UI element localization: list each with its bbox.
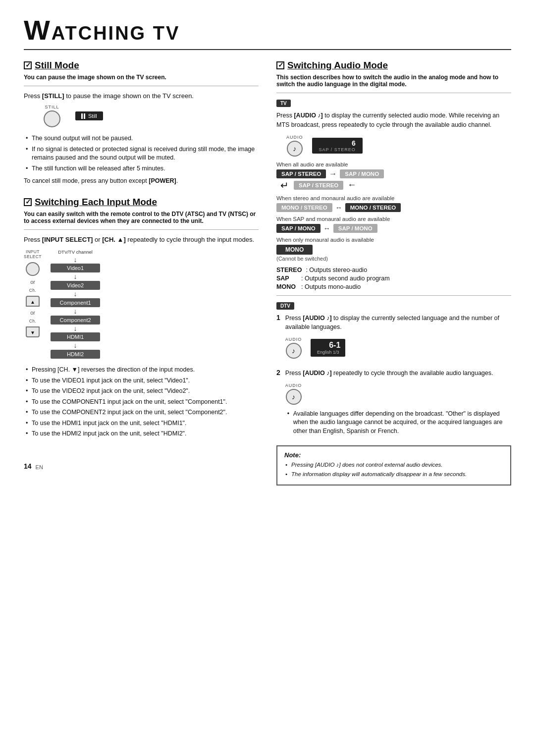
audio-mode-subtitle: This section describes how to switch the…: [276, 74, 511, 88]
page-number: 14: [24, 462, 32, 470]
audio-label-3: AUDIO: [285, 383, 302, 388]
mode-box-sap-mono-2: SAP / MONO: [333, 224, 377, 233]
step-2-row: 2 Press [AUDIO ♪] repeatedly to cycle th…: [276, 369, 511, 439]
mode-sap-flow: SAP / MONO ↔ SAP / MONO: [276, 224, 511, 233]
sap-label: SAP: [276, 275, 297, 282]
arrow-down-icon: [30, 328, 35, 336]
page-title: WATCHING TV: [24, 14, 180, 46]
input-mode-heading: Switching Each Input Mode: [24, 197, 259, 208]
still-cancel-text: To cancel still mode, press any button e…: [24, 177, 259, 186]
audio-btn-group-2: AUDIO ♪: [285, 337, 302, 359]
mode-arrow-1: →: [329, 169, 337, 178]
note-item-1: The information display will automatical…: [284, 470, 503, 478]
still-mode-section: Still Mode You can pause the image shown…: [24, 60, 259, 186]
flow-box-1: Video1: [51, 264, 100, 272]
flow-arrow-1: ↓: [74, 272, 77, 281]
flow-box-3: Component1: [51, 298, 100, 307]
audio-tv-diagram: AUDIO ♪ 6 SAP / STEREO: [286, 135, 511, 157]
return-arrow: ↵: [280, 179, 289, 191]
audio-label-2: AUDIO: [285, 337, 302, 342]
still-bullet-1: The sound output will not be paused.: [24, 134, 259, 143]
dtv-bullet-0: Available languages differ depending on …: [285, 410, 511, 436]
mode-box-mono-stereo-2: MONO / STEREO: [345, 203, 401, 212]
note-item-0: Pressing [AUDIO ♪] does not control exte…: [284, 461, 503, 469]
ch-up-label: Ch.: [29, 288, 37, 293]
input-select-btn: [26, 262, 40, 276]
or-text-2: or: [30, 310, 35, 316]
mono-def: : Outputs mono-audio: [301, 283, 361, 290]
audio-label: AUDIO: [286, 135, 303, 140]
input-diagram: INPUTSELECT or Ch. or Ch. DTV/TV channel…: [24, 249, 259, 359]
input-bullet-2: To use the VIDEO2 input jack on the unit…: [24, 387, 259, 396]
mode-stereo-section: When stereo and monaural audio are avail…: [276, 195, 511, 212]
flow-top-label: DTV/TV channel: [58, 249, 93, 255]
ch-up-btn: [26, 296, 40, 307]
screen-num-2: 6-1: [316, 341, 340, 350]
input-bullet-1: To use the VIDEO1 input jack on the unit…: [24, 377, 259, 385]
still-button: [44, 110, 60, 127]
return-left-arrow: ←: [347, 180, 356, 190]
stereo-label: STEREO: [276, 267, 302, 273]
still-label: STILL: [45, 105, 59, 109]
title-w: W: [24, 14, 52, 46]
input-mode-bullets: Pressing [CH. ▼] reverses the direction …: [24, 366, 259, 438]
step-1-text: Press [AUDIO ♪] to display the currently…: [285, 314, 511, 332]
still-label-col: STILL: [44, 105, 60, 127]
mono-label: MONO: [276, 283, 297, 290]
flow-arrow-5: ↓: [74, 341, 77, 350]
step-1-content: Press [AUDIO ♪] to display the currently…: [285, 314, 511, 364]
flow-arrow-3: ↓: [74, 307, 77, 316]
when-sap-label: When SAP and monaural audio are availabl…: [276, 216, 511, 222]
step-1-row: 1 Press [AUDIO ♪] to display the current…: [276, 314, 511, 364]
still-diagram: STILL Still: [44, 105, 259, 127]
mode-bidir-2: ↔: [323, 224, 330, 232]
flow-arrow-2: ↓: [74, 290, 77, 298]
input-bullet-6: To use the HDMI2 input jack on the unit,…: [24, 430, 259, 438]
when-stereo-label: When stereo and monaural audio are avail…: [276, 195, 511, 201]
input-mode-body: Press [INPUT SELECT] or [CH. ▲] repeated…: [24, 236, 259, 243]
audio-screen-2: 6-1 English 1/3: [311, 339, 345, 357]
audio-btn-2: ♪: [286, 343, 302, 359]
page-lang: EN: [36, 464, 43, 470]
sap-def-row: SAP : Outputs second audio program: [276, 275, 511, 282]
stereo-def: : Outputs stereo-audio: [306, 267, 367, 273]
note-list: Pressing [AUDIO ♪] does not control exte…: [284, 461, 503, 478]
mode-box-return-sap-stereo: SAP / STEREO: [294, 181, 343, 190]
screen-num: 6: [319, 139, 356, 147]
note-box: Note: Pressing [AUDIO ♪] does not contro…: [276, 445, 511, 486]
dtv-badge: DTV: [276, 302, 294, 310]
checkbox-icon-2: [24, 198, 32, 206]
right-column: Switching Audio Mode This section descri…: [276, 60, 511, 486]
still-bullet-2: If no signal is detected or protected si…: [24, 145, 259, 162]
title-rest: ATCHING TV: [52, 23, 180, 44]
still-mode-subtitle: You can pause the image shown on the TV …: [24, 74, 259, 81]
screen-sub-2: English 1/3: [316, 350, 340, 355]
audio-defs: STEREO : Outputs stereo-audio SAP : Outp…: [276, 267, 511, 290]
input-bullet-4: To use the COMPONENT2 input jack on the …: [24, 408, 259, 417]
mode-box-sap-mono-1: SAP / MONO: [276, 224, 321, 233]
mode-return-row: ↵ SAP / STEREO ←: [276, 179, 511, 191]
left-column: Still Mode You can pause the image shown…: [24, 60, 259, 486]
when-all-label: When all audio are available: [276, 162, 511, 167]
input-buttons: INPUTSELECT or Ch. or Ch.: [24, 249, 42, 338]
note-title: Note:: [284, 451, 503, 459]
still-bullet-3: The still function will be released afte…: [24, 164, 259, 173]
input-select-label: INPUTSELECT: [24, 249, 42, 259]
when-mono-label: When only monaural audio is available: [276, 237, 511, 243]
input-bullet-3: To use the COMPONENT1 input jack on the …: [24, 398, 259, 407]
divider-4: [276, 295, 511, 296]
mode-all-flow: SAP / STEREO → SAP / MONO: [276, 169, 511, 178]
audio-btn: ♪: [287, 141, 303, 157]
still-mode-heading: Still Mode: [24, 60, 259, 71]
flow-arrow-4: ↓: [74, 324, 77, 333]
cannot-switch-text: (Cannot be switched): [276, 256, 511, 262]
screen-sub: SAP / STEREO: [319, 147, 356, 152]
or-text-1: or: [30, 279, 35, 285]
stereo-def-row: STEREO : Outputs stereo-audio: [276, 267, 511, 273]
step-2-text: Press [AUDIO ♪] repeatedly to cycle thro…: [285, 369, 511, 378]
mode-box-mono-stereo-1: MONO / STEREO: [276, 203, 332, 212]
step-1-num: 1: [276, 314, 280, 322]
mono-def-row: MONO : Outputs mono-audio: [276, 283, 511, 290]
dtv-bullets: Available languages differ depending on …: [285, 410, 511, 436]
page-header: WATCHING TV: [24, 14, 511, 50]
